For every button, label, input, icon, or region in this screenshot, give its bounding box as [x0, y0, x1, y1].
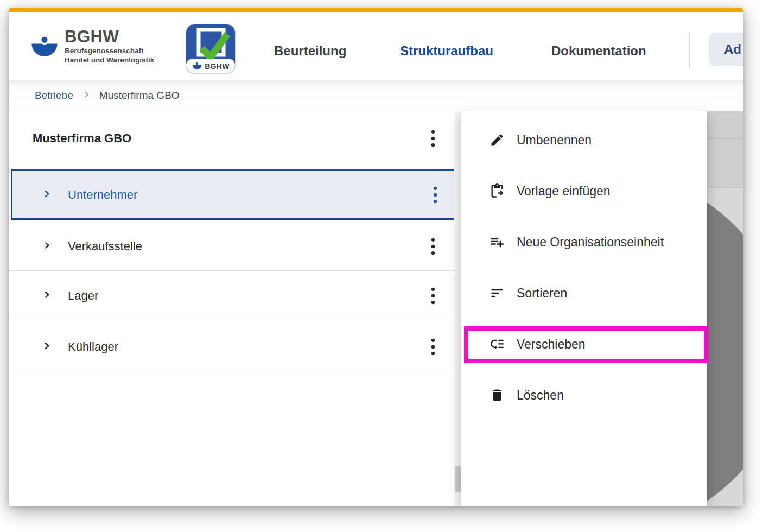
menu-item-label: Sortieren — [517, 286, 567, 301]
kebab-menu-icon[interactable] — [421, 124, 445, 153]
bghw-logo-text: BGHW Berufsgenossenschaft Handel und War… — [65, 28, 154, 65]
nav-admin-button[interactable]: Ad — [709, 33, 743, 66]
brand-subtitle-1: Berufsgenossenschaft — [65, 46, 154, 56]
kebab-menu-icon[interactable] — [421, 232, 445, 261]
breadcrumb: Betriebe Musterfirma GBO — [9, 80, 743, 111]
delete-icon — [490, 388, 505, 403]
app-header: BGHW Berufsgenossenschaft Handel und War… — [9, 12, 743, 80]
app-badge-label: BGHW — [205, 62, 230, 71]
nav-divider — [689, 33, 690, 69]
menu-item-neue-organisationseinheit[interactable]: Neue Organisationseinheit — [461, 217, 707, 268]
paste-icon — [490, 183, 505, 199]
menu-item-verschieben[interactable]: Verschieben — [461, 319, 707, 370]
edit-icon — [490, 132, 505, 148]
dimmed-row-divider — [707, 187, 743, 188]
tree-row-label[interactable]: Unternehmer — [68, 188, 137, 202]
nav-tab-dokumentation[interactable]: Dokumentation — [551, 43, 646, 59]
breadcrumb-chevron-icon — [82, 90, 91, 101]
tree-row-label[interactable]: Lager — [68, 289, 98, 303]
kebab-menu-icon[interactable] — [421, 282, 445, 310]
menu-item-vorlage-einfuegen[interactable]: Vorlage einfügen — [461, 166, 707, 217]
menu-item-label: Vorlage einfügen — [517, 184, 611, 199]
menu-item-sortieren[interactable]: Sortieren — [461, 268, 707, 319]
accent-top-bar — [9, 8, 743, 12]
tree-header: Musterfirma GBO — [9, 117, 461, 160]
dimmed-background — [707, 111, 743, 506]
kebab-menu-icon[interactable] — [423, 181, 447, 209]
menu-item-label: Verschieben — [517, 337, 586, 352]
scrollbar-thumb[interactable] — [455, 466, 461, 492]
tree-row-kuehllager[interactable]: Kühllager — [9, 321, 461, 372]
menu-item-label: Neue Organisationseinheit — [517, 235, 664, 250]
chevron-right-icon[interactable] — [41, 288, 52, 303]
dimmed-row-divider — [707, 138, 743, 139]
tree-row-unternehmer[interactable]: Unternehmer — [11, 169, 459, 220]
mini-person-icon — [192, 61, 202, 71]
nav-tab-strukturaufbau[interactable]: Strukturaufbau — [400, 43, 493, 59]
nav-tab-beurteilung[interactable]: Beurteilung — [274, 43, 346, 59]
brand-name: BGHW — [65, 28, 154, 46]
chevron-right-icon[interactable] — [41, 187, 52, 202]
tree-row-verkaufsstelle[interactable]: Verkaufsstelle — [9, 223, 461, 271]
chevron-right-icon[interactable] — [41, 339, 52, 354]
move-icon — [490, 337, 505, 352]
breadcrumb-link-betriebe[interactable]: Betriebe — [35, 90, 73, 102]
tree-row-lager[interactable]: Lager — [9, 271, 461, 321]
app-badge-footer: BGHW — [186, 59, 235, 73]
sort-icon — [490, 286, 505, 301]
tree-scrollbar — [454, 111, 461, 506]
app-window: BGHW Berufsgenossenschaft Handel und War… — [9, 8, 743, 506]
menu-item-umbenennen[interactable]: Umbenennen — [461, 115, 707, 166]
tree-row-label[interactable]: Kühllager — [68, 340, 118, 354]
bghw-logo: BGHW Berufsgenossenschaft Handel und War… — [30, 28, 154, 65]
bghw-app-badge-icon: BGHW — [186, 24, 236, 74]
content-area: Musterfirma GBO — [9, 111, 743, 506]
tree-title: Musterfirma GBO — [33, 131, 131, 145]
org-tree-panel: Musterfirma GBO — [9, 111, 461, 506]
tree-row-label[interactable]: Verkaufsstelle — [68, 239, 142, 254]
playlist-add-icon — [490, 235, 505, 250]
menu-item-label: Umbenennen — [517, 133, 592, 148]
screenshot-stage: BGHW Berufsgenossenschaft Handel und War… — [0, 0, 769, 532]
menu-item-loeschen[interactable]: Löschen — [461, 370, 707, 421]
chevron-right-icon[interactable] — [41, 239, 52, 254]
bghw-person-icon — [30, 34, 59, 62]
breadcrumb-current: Musterfirma GBO — [99, 90, 180, 102]
brand-subtitle-2: Handel und Warenlogistik — [65, 55, 154, 65]
kebab-menu-icon[interactable] — [421, 333, 445, 361]
context-menu: Umbenennen Vorlage einfügen Neue Organis… — [461, 111, 707, 506]
menu-item-label: Löschen — [517, 388, 564, 403]
